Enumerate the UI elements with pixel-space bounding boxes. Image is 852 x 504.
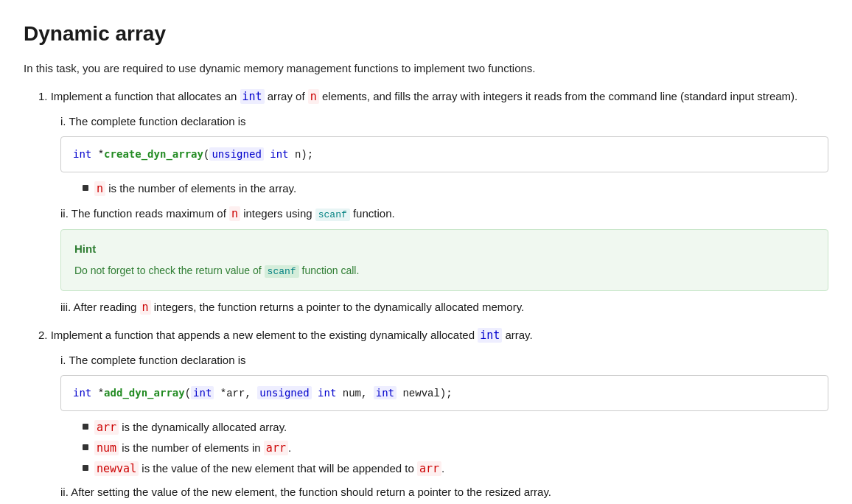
bullet-num: num is the number of elements in arr. [83, 439, 828, 457]
code-block-2: int *add_dyn_array(int *arr, unsigned in… [60, 375, 828, 411]
sub-item-2-i: i. The complete function declaration is [60, 351, 828, 369]
list-item: 1. Implement a function that allocates a… [38, 88, 828, 105]
code-block-1: int *create_dyn_array(unsigned int n); [60, 136, 828, 172]
sub-item-ii: ii. The function reads maximum of n inte… [60, 205, 828, 223]
bullet-icon [83, 424, 88, 430]
page-title: Dynamic array [24, 18, 828, 51]
hint-title: Hint [74, 240, 814, 258]
hint-box-1: Hint Do not forget to check the return v… [60, 229, 828, 291]
intro-text: In this task, you are required to use dy… [24, 60, 828, 77]
int-keyword-2: int [478, 328, 502, 343]
bullet-arr-1: arr is the dynamically allocated array. [83, 419, 828, 436]
int-keyword: int [240, 89, 265, 104]
hint-text: Do not forget to check the return value … [74, 262, 814, 280]
n-var: n [308, 89, 319, 104]
bullet-icon [83, 185, 88, 191]
sub-item-2-ii: ii. After setting the value of the new e… [60, 483, 828, 501]
bullet-n-1: n is the number of elements in the array… [83, 180, 828, 197]
sub-item-iii: iii. After reading n integers, the funct… [60, 298, 828, 316]
bullet-newval: newval is the value of the new element t… [83, 460, 828, 477]
item1-label: 1. Implement a function that allocates a… [38, 90, 240, 102]
bullet-icon [83, 465, 88, 471]
sub-item-i: i. The complete function declaration is [60, 113, 828, 130]
bullet-icon [83, 444, 88, 450]
list-item-2: 2. Implement a function that appends a n… [38, 326, 828, 344]
